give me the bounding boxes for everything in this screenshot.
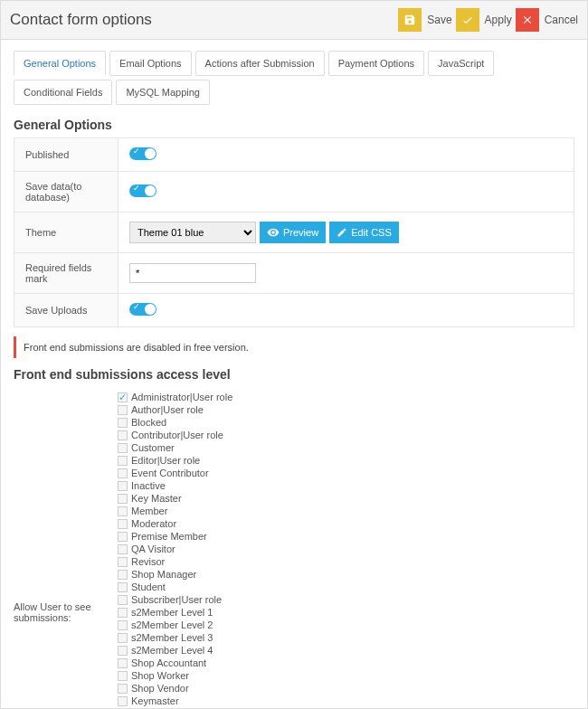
role-item: Student (118, 581, 574, 593)
role-checkbox[interactable] (118, 696, 128, 706)
role-checkbox[interactable] (118, 570, 128, 580)
role-label: Premise Member (131, 530, 207, 543)
role-item: Key Master (118, 492, 574, 505)
role-item: Premise Member (118, 530, 574, 543)
role-label: Blocked (131, 416, 166, 429)
role-item: Blocked (118, 416, 574, 429)
page-title: Contact form options (10, 11, 394, 29)
role-item: Event Contributor (118, 467, 574, 479)
role-label: s2Member Level 4 (131, 644, 213, 657)
theme-select[interactable]: Theme 01 blue (129, 222, 256, 243)
role-item: Member (118, 505, 574, 517)
role-checkbox[interactable] (118, 582, 128, 592)
role-item: Inactive (118, 479, 574, 492)
tab-payment-options[interactable]: Payment Options (328, 51, 424, 76)
role-checkbox[interactable] (118, 671, 128, 681)
role-item: Author|User role (118, 403, 574, 416)
role-checkbox[interactable] (118, 481, 128, 491)
header-bar: Contact form options Save Apply Cancel (1, 1, 587, 40)
role-checkbox[interactable] (118, 418, 128, 428)
role-label: Key Master (131, 492, 182, 505)
alert-free-version: Front end submissions are disabled in fr… (14, 336, 574, 358)
tab-javascript[interactable]: JavaScript (428, 51, 494, 76)
section-access-level: Front end submissions access level (14, 367, 574, 382)
role-label: Shop Vendor (131, 682, 189, 695)
role-item: Contributor|User role (118, 429, 574, 441)
published-label: Published (14, 138, 119, 172)
role-checkbox[interactable] (118, 443, 128, 453)
apply-button[interactable]: Apply (456, 8, 512, 32)
role-item: s2Member Level 4 (118, 644, 574, 657)
role-checkbox[interactable] (118, 608, 128, 618)
allow-user-label: Allow User to see submissions: (14, 387, 118, 709)
tab-actions-after-submission[interactable]: Actions after Submission (195, 51, 325, 76)
save-data-toggle[interactable] (129, 184, 156, 197)
tab-mysql-mapping[interactable]: MySQL Mapping (116, 80, 210, 105)
role-label: Shop Worker (131, 669, 189, 682)
save-icon (398, 8, 422, 32)
role-checkbox[interactable] (118, 595, 128, 605)
role-item: QA Visitor (118, 543, 574, 555)
required-mark-input[interactable] (129, 263, 256, 283)
cancel-label: Cancel (545, 14, 578, 26)
save-button[interactable]: Save (398, 8, 451, 32)
tab-conditional-fields[interactable]: Conditional Fields (14, 80, 112, 105)
preview-button[interactable]: Preview (260, 222, 326, 243)
role-item: Shop Worker (118, 669, 574, 682)
role-label: Customer (131, 441, 175, 454)
published-toggle[interactable] (129, 147, 156, 160)
role-checkbox[interactable] (118, 468, 128, 478)
role-checkbox[interactable] (118, 620, 128, 630)
role-item: Customer (118, 441, 574, 454)
options-table: Published Save data(to database) Theme T… (14, 137, 574, 327)
edit-css-button[interactable]: Edit CSS (329, 222, 399, 243)
role-label: Student (131, 581, 166, 593)
edit-css-label: Edit CSS (351, 227, 392, 238)
role-item: Moderator (118, 517, 574, 530)
role-item: Revisor (118, 555, 574, 568)
role-item: Keymaster (118, 695, 574, 707)
role-checkbox[interactable] (118, 557, 128, 567)
role-item: Editor|User role (118, 454, 574, 467)
role-label: Revisor (131, 555, 165, 568)
cancel-button[interactable]: Cancel (516, 8, 578, 32)
role-item: s2Member Level 3 (118, 631, 574, 644)
role-checkbox[interactable] (118, 506, 128, 516)
role-checkbox[interactable] (118, 392, 128, 402)
role-checkbox[interactable] (118, 405, 128, 415)
pencil-icon (337, 227, 347, 238)
role-checkbox[interactable] (118, 430, 128, 440)
role-label: Administrator|User role (131, 391, 232, 403)
role-item: Shop Manager (118, 568, 574, 581)
role-checkbox[interactable] (118, 658, 128, 668)
required-mark-label: Required fields mark (14, 253, 119, 294)
role-label: Editor|User role (131, 454, 200, 467)
role-label: Shop Accountant (131, 657, 206, 669)
role-checkbox[interactable] (118, 544, 128, 554)
role-label: Author|User role (131, 403, 204, 416)
eye-icon (267, 226, 280, 239)
check-icon (456, 8, 479, 32)
role-checkbox[interactable] (118, 646, 128, 656)
role-checkbox[interactable] (118, 684, 128, 694)
role-item: s2Member Level 1 (118, 606, 574, 619)
role-label: s2Member Level 2 (131, 619, 213, 631)
role-checkbox[interactable] (118, 532, 128, 542)
section-general-options: General Options (14, 118, 574, 132)
role-label: Contributor|User role (131, 429, 223, 441)
role-checkbox[interactable] (118, 633, 128, 643)
role-checkbox[interactable] (118, 456, 128, 466)
role-label: Shop Manager (131, 568, 196, 581)
role-label: s2Member Level 1 (131, 606, 213, 619)
save-label: Save (427, 14, 451, 26)
role-label: QA Visitor (131, 543, 175, 555)
role-label: Event Contributor (131, 467, 209, 479)
role-item: Administrator|User role (118, 391, 574, 403)
role-checkbox[interactable] (118, 519, 128, 529)
save-uploads-toggle[interactable] (129, 303, 156, 316)
tab-general-options[interactable]: General Options (14, 51, 106, 76)
tab-email-options[interactable]: Email Options (109, 51, 191, 76)
role-checkbox[interactable] (118, 494, 128, 504)
role-list: Administrator|User roleAuthor|User roleB… (118, 391, 574, 709)
apply-label: Apply (485, 14, 512, 26)
